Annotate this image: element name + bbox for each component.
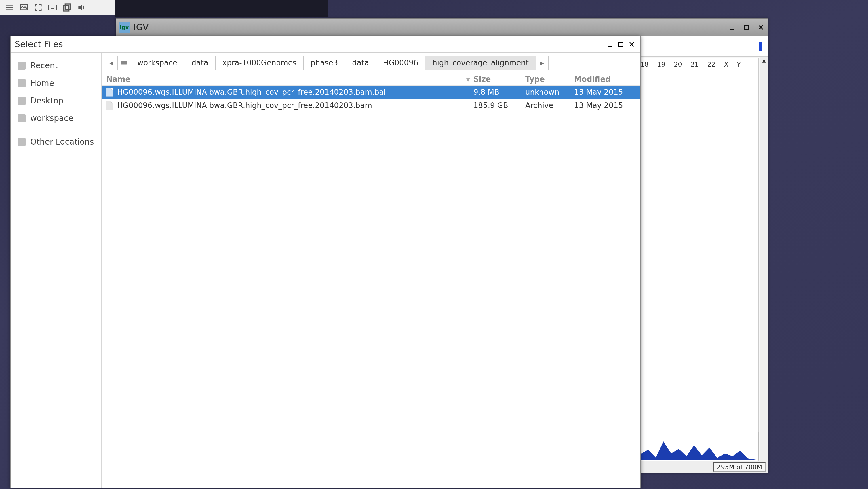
svg-rect-21	[121, 61, 127, 64]
chrom-label: 19	[657, 61, 665, 72]
breadcrumb[interactable]: data	[184, 56, 216, 70]
chrom-label: 18	[640, 61, 648, 72]
close-icon[interactable]	[756, 23, 766, 32]
keyboard-icon[interactable]	[47, 2, 58, 13]
place-workspace[interactable]: workspace	[11, 109, 101, 127]
folder-icon	[18, 97, 26, 105]
sound-icon[interactable]	[76, 2, 87, 13]
place-desktop[interactable]: Desktop	[11, 92, 101, 109]
igv-app-icon: igv	[119, 22, 130, 33]
minimize-icon[interactable]	[727, 23, 737, 32]
close-icon[interactable]	[627, 40, 636, 49]
memory-usage: 295M of 700M	[713, 462, 766, 472]
place-label: Recent	[30, 61, 58, 70]
minimize-icon[interactable]	[605, 40, 615, 49]
file-name: HG00096.wgs.ILLUMINA.bwa.GBR.high_cov_pc…	[117, 88, 473, 96]
scroll-up-icon[interactable]: ▴	[761, 57, 768, 64]
maximize-icon[interactable]	[616, 40, 625, 49]
file-chooser-window: Select Files Recent Home Desktop workspa…	[10, 36, 641, 488]
column-name-label: Name	[106, 75, 130, 84]
file-chooser-titlebar[interactable]: Select Files	[11, 36, 640, 53]
breadcrumb[interactable]: workspace	[130, 56, 184, 70]
svg-rect-4	[49, 5, 57, 10]
folder-icon	[18, 79, 26, 87]
fullscreen-icon[interactable]	[33, 2, 44, 13]
place-label: Home	[30, 78, 54, 88]
breadcrumb[interactable]: HG00096	[376, 56, 425, 70]
place-recent[interactable]: Recent	[11, 57, 101, 74]
path-back-button[interactable]: ◂	[105, 56, 118, 70]
path-forward-button[interactable]: ▸	[536, 56, 549, 70]
chrom-label: 20	[674, 61, 682, 72]
menu-icon[interactable]	[4, 2, 15, 13]
file-row[interactable]: HG00096.wgs.ILLUMINA.bwa.GBR.high_cov_pc…	[102, 99, 640, 112]
windows-icon[interactable]	[61, 2, 73, 13]
maximize-icon[interactable]	[742, 23, 751, 32]
breadcrumb[interactable]: xpra-1000Genomes	[216, 56, 304, 70]
breadcrumb[interactable]: phase3	[304, 56, 345, 70]
file-list-header: Name▼ Size Type Modified	[102, 73, 640, 86]
svg-rect-10	[65, 4, 70, 9]
files-pane: ◂ workspace data xpra-1000Genomes phase3…	[102, 53, 640, 488]
places-sidebar: Recent Home Desktop workspace Other Loca…	[11, 53, 102, 488]
chrom-label: Y	[737, 61, 741, 72]
place-label: Desktop	[30, 96, 63, 106]
file-icon	[105, 101, 113, 110]
file-modified: 13 May 2015	[574, 101, 640, 110]
chrom-label: X	[724, 61, 728, 72]
file-size: 185.9 GB	[473, 101, 525, 110]
svg-rect-13	[745, 25, 749, 29]
column-type[interactable]: Type	[525, 75, 574, 84]
file-name: HG00096.wgs.ILLUMINA.bwa.GBR.high_cov_pc…	[117, 101, 473, 110]
chrom-label: 21	[690, 61, 699, 72]
place-other-locations[interactable]: Other Locations	[11, 130, 101, 151]
igv-titlebar[interactable]: igv IGV	[116, 19, 768, 36]
path-drive-icon[interactable]	[118, 56, 130, 70]
system-tray	[0, 0, 115, 15]
folder-icon	[18, 114, 26, 122]
file-icon	[105, 88, 113, 97]
place-home[interactable]: Home	[11, 74, 101, 92]
file-type: unknown	[525, 88, 574, 96]
file-type: Archive	[525, 101, 574, 110]
column-name[interactable]: Name▼	[102, 75, 473, 84]
breadcrumb-current[interactable]: high_coverage_alignment	[425, 56, 536, 70]
chrom-label: 22	[707, 61, 715, 72]
position-marker	[759, 42, 762, 51]
breadcrumb[interactable]: data	[345, 56, 376, 70]
folder-icon	[18, 138, 26, 146]
desktop-dark-band	[115, 0, 328, 17]
file-chooser-title-text: Select Files	[15, 39, 63, 49]
igv-title-text: IGV	[133, 22, 149, 32]
image-icon[interactable]	[18, 2, 30, 13]
svg-rect-11	[64, 5, 69, 11]
vertical-scrollbar[interactable]: ▴ ▾	[760, 57, 768, 472]
column-modified[interactable]: Modified	[574, 75, 640, 84]
file-size: 9.8 MB	[473, 88, 525, 96]
column-size[interactable]: Size	[473, 75, 525, 84]
svg-rect-18	[619, 42, 623, 46]
folder-icon	[18, 62, 26, 70]
place-label: Other Locations	[30, 137, 94, 147]
place-label: workspace	[30, 113, 73, 123]
file-row[interactable]: HG00096.wgs.ILLUMINA.bwa.GBR.high_cov_pc…	[102, 86, 640, 99]
sort-desc-icon: ▼	[466, 76, 470, 82]
path-bar: ◂ workspace data xpra-1000Genomes phase3…	[102, 53, 640, 73]
file-modified: 13 May 2015	[574, 88, 640, 96]
